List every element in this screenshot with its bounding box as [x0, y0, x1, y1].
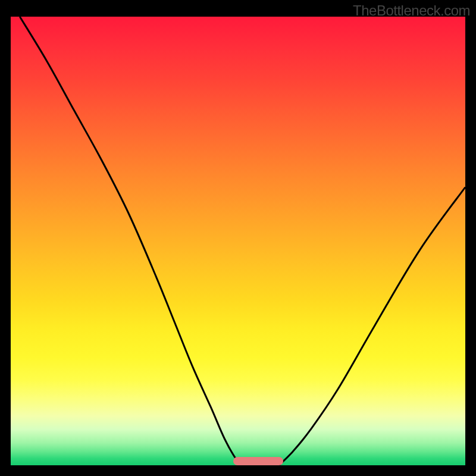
plot-area	[11, 17, 465, 465]
chart-container: TheBottleneck.com	[0, 0, 476, 476]
left-curve	[20, 17, 242, 465]
watermark-text: TheBottleneck.com	[353, 2, 470, 19]
right-curve	[279, 187, 465, 465]
optimal-zone-pill	[233, 457, 283, 465]
curves-svg	[11, 17, 465, 465]
